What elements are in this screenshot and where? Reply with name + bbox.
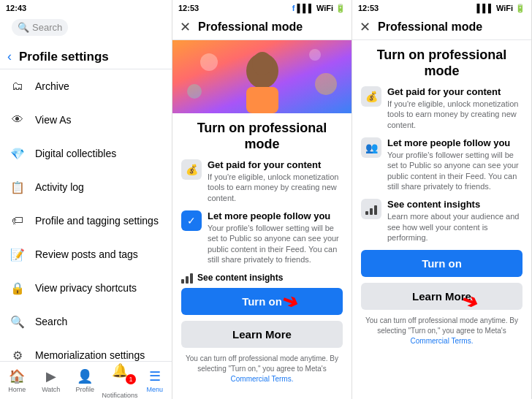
feature-title-get-paid-2: Get paid for your content (208, 159, 343, 170)
time-3: 12:53 (358, 4, 379, 12)
nav-profile[interactable]: 👤 Profile (68, 362, 102, 399)
turn-on-button-3[interactable]: Turn on (361, 250, 522, 277)
nav-watch-label: Watch (42, 386, 60, 393)
bar3 (190, 273, 193, 284)
disclaimer-text-2: You can turn off professional mode anyti… (186, 354, 338, 373)
professional-mode-panel-2-wrapper: 12:53 f ▌▌▌ WiFi 🔋 ✕ Professional mode (172, 0, 352, 399)
nav-menu-label: Menu (147, 386, 164, 393)
professional-mode-panel-2: 12:53 f ▌▌▌ WiFi 🔋 ✕ Professional mode (172, 0, 352, 399)
insights-icon-3 (361, 199, 381, 219)
nav-watch[interactable]: ▶ Watch (34, 362, 69, 399)
svg-point-4 (200, 53, 218, 71)
menu-item-review-posts[interactable]: 📝 Review posts and tags (0, 238, 172, 271)
time-2: 12:53 (178, 4, 199, 12)
learn-more-button-3[interactable]: Learn More (361, 283, 522, 310)
insights-label-2: See content insights (197, 273, 283, 283)
menu-label-privacy-shortcuts: View privacy shortcuts (35, 282, 137, 294)
archive-icon: 🗂 (7, 76, 28, 96)
search-icon: 🔍 (18, 22, 29, 33)
status-bar-3: 12:53 ▌▌▌ WiFi 🔋 (352, 0, 531, 16)
nav-home[interactable]: 🏠 Home (0, 362, 34, 399)
nav-notifications[interactable]: 🔔 1 Notifications (102, 362, 138, 399)
feature-desc-insights-3: Learn more about your audience and see h… (387, 211, 522, 243)
follow-icon-2: ✓ (181, 210, 202, 231)
feature-desc-follow-2: Your profile's follower setting will be … (208, 223, 343, 265)
view-as-icon: 👁 (7, 110, 28, 130)
feature-text-insights-3: See content insights Learn more about yo… (387, 199, 522, 243)
nav-profile-label: Profile (75, 386, 94, 393)
pro-mode-content-3: Turn on professional mode 💰 Get paid for… (352, 40, 531, 399)
pro-mode-title-2: Turn on professional mode (181, 121, 343, 152)
menu-item-activity-log[interactable]: 📋 Activity log (0, 170, 172, 204)
feature-insights-3: See content insights Learn more about yo… (361, 199, 522, 243)
profile-icon: 👤 (77, 368, 93, 384)
commercial-terms-link-2[interactable]: Commercial Terms. (231, 375, 294, 383)
menu-item-archive[interactable]: 🗂 Archive (0, 69, 172, 103)
svg-rect-3 (246, 87, 278, 113)
feature-follow-3: 👥 Let more people follow you Your profil… (361, 137, 522, 191)
feature-title-follow-2: Let more people follow you (208, 210, 343, 221)
turn-on-button-2[interactable]: Turn on (181, 288, 343, 315)
feature-text-get-paid-2: Get paid for your content If you're elig… (208, 159, 343, 203)
feature-get-paid-3: 💰 Get paid for your content If you're el… (361, 86, 522, 130)
get-paid-icon-3: 💰 (361, 86, 381, 107)
wifi-icon-3: WiFi (496, 4, 513, 12)
disclaimer-2: You can turn off professional mode anyti… (181, 354, 343, 384)
feature-desc-follow-3: Your profile's follower setting will be … (387, 150, 522, 191)
panel-1-header: ‹ Profile settings (0, 45, 172, 69)
status-icons-3: ▌▌▌ WiFi 🔋 (476, 4, 525, 13)
svg-point-2 (252, 52, 273, 75)
notification-badge: 1 (126, 374, 136, 384)
svg-point-7 (187, 84, 202, 99)
panel-2-header: ✕ Professional mode (172, 16, 352, 40)
svg-point-6 (315, 73, 337, 95)
professional-mode-panel-3-wrapper: 12:53 ▌▌▌ WiFi 🔋 ✕ Professional mode Tur… (352, 0, 532, 399)
bars-icon-2 (181, 272, 193, 284)
bar2-3 (370, 208, 373, 215)
close-button-2[interactable]: ✕ (180, 19, 191, 35)
menu-label-search: Search (35, 316, 67, 327)
signal-icon-3: ▌▌▌ (476, 4, 493, 12)
menu-item-profile-tagging[interactable]: 🏷 Profile and tagging settings (0, 204, 172, 238)
close-button-3[interactable]: ✕ (360, 19, 370, 35)
notifications-icon: 🔔 (112, 362, 128, 379)
nav-menu[interactable]: ☰ Menu (138, 362, 172, 399)
battery-icon: 🔋 (335, 4, 346, 13)
disclaimer-3: You can turn off professional mode anyti… (361, 316, 522, 346)
status-bar-1: 12:43 (0, 0, 172, 16)
bars-icon-3 (365, 203, 377, 215)
fb-icon: f (292, 4, 295, 12)
disclaimer-text-3: You can turn off professional mode anyti… (365, 316, 518, 335)
review-posts-icon: 📝 (7, 244, 28, 265)
bar3-3 (374, 205, 377, 215)
search-label: Search (32, 22, 62, 33)
menu-item-memorialization[interactable]: ⚙ Memorialization settings (0, 338, 172, 361)
signal-icon: ▌▌▌ (297, 4, 314, 12)
menu-label-digital-collectibles: Digital collectibles (35, 148, 116, 159)
menu-label-memorialization: Memorialization settings (35, 349, 145, 361)
menu-item-search[interactable]: 🔍 Search (0, 305, 172, 338)
feature-desc-get-paid-3: If you're eligible, unlock monetization … (387, 99, 522, 130)
feature-title-insights-3: See content insights (387, 199, 522, 210)
profile-tagging-icon: 🏷 (7, 210, 28, 231)
panel-3-header: ✕ Professional mode (352, 16, 531, 40)
menu-label-view-as: View As (35, 114, 72, 126)
bar2 (186, 276, 189, 284)
commercial-terms-link-3[interactable]: Commercial Terms. (411, 337, 474, 345)
profile-settings-panel: 12:43 🔍 Search ‹ Profile settings 🗂 Arch… (0, 0, 172, 399)
feature-text-follow-3: Let more people follow you Your profile'… (387, 137, 522, 191)
digital-collectibles-icon: 💎 (7, 143, 28, 164)
menu-label-profile-tagging: Profile and tagging settings (35, 215, 159, 227)
nav-notifications-label: Notifications (102, 392, 138, 399)
feature-follow-2: ✓ Let more people follow you Your profil… (181, 210, 343, 265)
menu-item-view-as[interactable]: 👁 View As (0, 103, 172, 137)
search-bar[interactable]: 🔍 Search (12, 19, 68, 36)
menu-item-digital-collectibles[interactable]: 💎 Digital collectibles (0, 137, 172, 170)
bottom-nav: 🏠 Home ▶ Watch 👤 Profile 🔔 1 Notificatio… (0, 361, 172, 399)
learn-more-button-2[interactable]: Learn More (181, 321, 343, 348)
feature-text-follow-2: Let more people follow you Your profile'… (208, 210, 343, 265)
back-arrow-icon[interactable]: ‹ (7, 49, 12, 64)
feature-get-paid-2: 💰 Get paid for your content If you're el… (181, 159, 343, 203)
menu-icon: ☰ (149, 368, 161, 384)
menu-item-privacy-shortcuts[interactable]: 🔒 View privacy shortcuts (0, 271, 172, 305)
